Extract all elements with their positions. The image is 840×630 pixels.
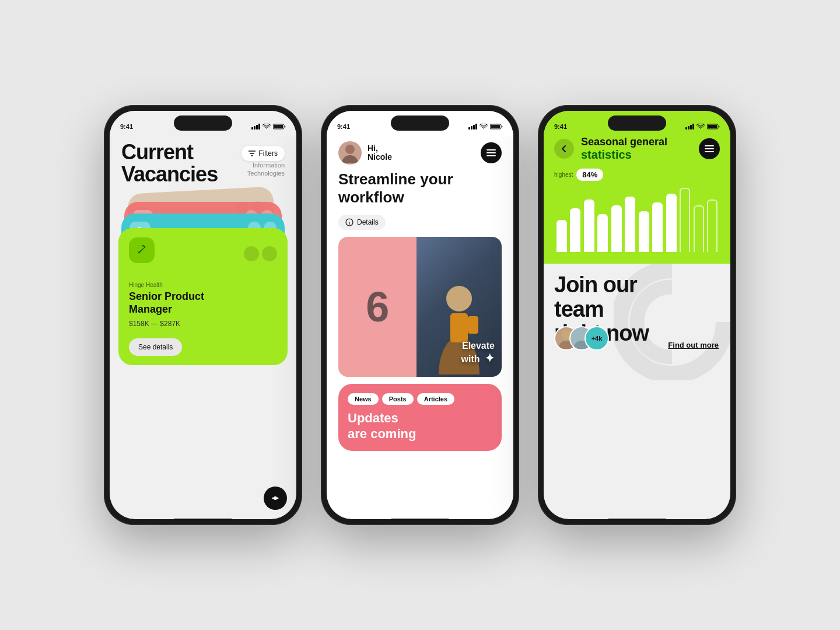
svg-point-6 — [272, 498, 274, 499]
info-icon: i — [345, 218, 354, 226]
phone-3-notch — [608, 116, 666, 131]
avatar-image — [341, 142, 359, 163]
bar-10 — [694, 205, 704, 252]
wifi-icon — [262, 124, 271, 130]
phone-3-status-bar: 9:41 — [544, 111, 730, 136]
phone-2-screen: 9:41 — [327, 111, 513, 519]
phone-1-content: Current Vacancies Filters — [110, 136, 296, 519]
phone-3-top-section: Seasonal general statistics highest — [544, 136, 730, 264]
battery-icon — [273, 124, 286, 130]
phone-2-status-icons — [468, 124, 503, 130]
back-button[interactable] — [554, 139, 574, 159]
phone-2-content: Hi, Nicole — [327, 136, 513, 519]
highest-label: highest — [554, 172, 573, 178]
menu-button-3[interactable] — [699, 138, 720, 159]
tags-row: News Posts Articles — [348, 393, 492, 405]
svg-point-7 — [277, 498, 279, 499]
bar-3 — [597, 214, 608, 252]
phone-1-status-bar: 9:41 — [110, 111, 296, 136]
phones-container: 9:41 — [80, 82, 760, 548]
phone-2: 9:41 — [321, 105, 519, 525]
bar-8 — [666, 194, 677, 252]
svg-rect-17 — [708, 125, 717, 128]
svg-rect-9 — [491, 125, 500, 128]
battery-icon-3 — [707, 124, 720, 130]
phone-3-bottom-section: Join our team right now — [544, 264, 730, 367]
logo-icon — [135, 244, 148, 257]
tag-posts[interactable]: Posts — [382, 393, 414, 405]
details-button[interactable]: i Details — [338, 215, 386, 230]
vacancies-title: Current Vacancies — [121, 141, 218, 186]
phone-2-header: Hi, Nicole — [338, 141, 502, 164]
elevate-text-line1: Elevate — [462, 341, 495, 351]
phone-1-status-icons — [251, 124, 286, 130]
phone-2-home-indicator — [391, 518, 449, 520]
phone-2-status-bar: 9:41 — [327, 111, 513, 136]
avatar — [338, 141, 362, 164]
swirl-decoration — [614, 264, 730, 380]
phone-1-header: Current Vacancies Filters — [121, 141, 285, 186]
highest-badge: highest 84% — [554, 169, 720, 181]
bar-0 — [556, 220, 567, 252]
hamburger-icon — [487, 149, 496, 156]
phone-1-notch — [174, 116, 232, 131]
stats-title-area: Seasonal general statistics — [574, 136, 699, 162]
wifi-icon-3 — [696, 124, 705, 130]
bar-6 — [639, 211, 649, 252]
bar-9 — [680, 188, 690, 252]
svg-point-13 — [446, 286, 472, 312]
svg-rect-1 — [274, 125, 283, 128]
elevate-text-line2: with — [461, 354, 480, 364]
back-arrow-icon — [560, 145, 568, 153]
greeting-text: Hi, Nicole — [368, 144, 392, 162]
phone-2-time: 9:41 — [337, 123, 350, 130]
phone-1-home-indicator — [174, 518, 232, 520]
job-title: Senior Product Manager — [129, 290, 277, 316]
find-out-more-link[interactable]: Find out more — [668, 341, 719, 349]
bar-1 — [570, 208, 580, 252]
signal-icon-3 — [685, 124, 694, 130]
chat-icon — [270, 493, 281, 503]
svg-point-10 — [345, 145, 355, 154]
avatar-greeting: Hi, Nicole — [338, 141, 392, 164]
tag-news[interactable]: News — [348, 393, 379, 405]
info-tech-label: Information Technologies — [242, 161, 285, 178]
updates-text: Updates are coming — [348, 411, 492, 442]
tag-articles[interactable]: Articles — [417, 393, 454, 405]
bar-chart — [554, 188, 720, 252]
wifi-icon-2 — [480, 124, 488, 130]
card-main-green[interactable]: Hinge Health Senior Product Manager $158… — [118, 228, 288, 365]
updates-card: News Posts Articles Updates are coming — [338, 384, 502, 451]
streamline-title: Streamline your workflow — [338, 170, 502, 206]
bar-11 — [707, 200, 718, 252]
phone-3-screen: 9:41 — [544, 111, 730, 519]
plus-badge: +4k — [584, 326, 609, 351]
cube-number: 6 — [366, 283, 389, 331]
company-name: Hinge Health — [129, 282, 277, 288]
phone-3: 9:41 — [538, 105, 736, 525]
phone-3-nav: Seasonal general statistics — [554, 136, 720, 162]
filter-icon — [249, 150, 256, 156]
phone-1-time: 9:41 — [120, 123, 133, 130]
hinge-health-logo — [129, 237, 155, 263]
signal-icon-2 — [468, 124, 477, 130]
svg-text:i: i — [349, 220, 350, 226]
bar-7 — [652, 202, 663, 252]
product-cube-image: 6 — [338, 237, 502, 377]
phone-3-time: 9:41 — [554, 123, 567, 130]
hamburger-icon-3 — [705, 145, 714, 152]
phone-1-screen: 9:41 — [110, 111, 296, 519]
job-salary: $158K — $287K — [129, 320, 277, 328]
vacancies-title-text: Current Vacancies — [121, 141, 218, 186]
phone-3-home-indicator — [608, 518, 666, 520]
filters-button[interactable]: Filters — [242, 146, 285, 161]
menu-button-2[interactable] — [481, 142, 502, 163]
svg-rect-15 — [468, 316, 478, 334]
signal-icon — [251, 124, 260, 130]
see-details-button[interactable]: See details — [129, 338, 182, 356]
phone-1: 9:41 — [104, 105, 302, 525]
bar-2 — [584, 200, 594, 252]
chat-button[interactable] — [264, 487, 287, 510]
phone-2-notch — [391, 116, 449, 131]
statistics-label: statistics — [581, 148, 699, 162]
